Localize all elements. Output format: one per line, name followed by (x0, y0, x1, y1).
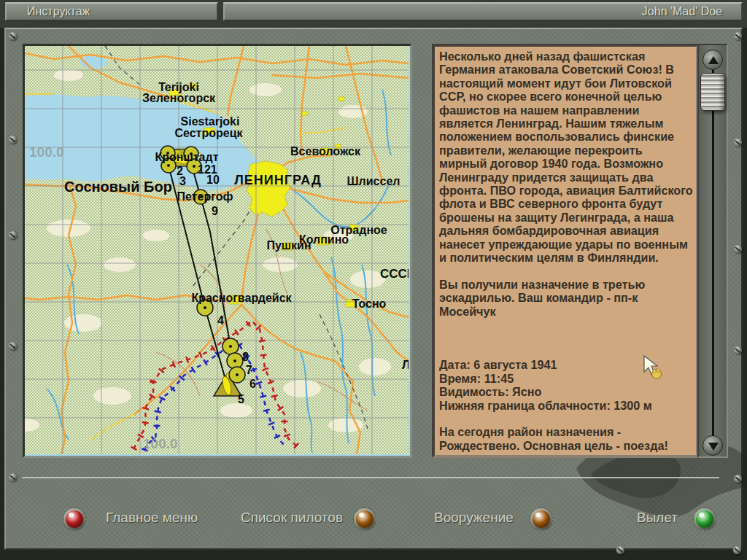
screw-icon (733, 546, 741, 554)
screw-icon (734, 346, 742, 354)
screw-icon (9, 473, 17, 481)
svg-text:6: 6 (249, 378, 256, 390)
scroll-up-button[interactable] (703, 50, 723, 70)
svg-text:Siestarjoki: Siestarjoki (181, 115, 240, 128)
tab-briefing[interactable]: Инструктаж (5, 2, 218, 20)
briefing-scrollbar[interactable] (697, 44, 728, 458)
screw-icon (734, 32, 742, 40)
pilot-list-button[interactable] (347, 502, 382, 537)
svg-text:4: 4 (217, 314, 224, 327)
svg-text:5: 5 (238, 393, 244, 405)
svg-text:Сестрорецк: Сестрорецк (174, 127, 243, 139)
map-canvas: T 2 121 3 10 9 4 8 7 6 5 Terijoki Зелено… (25, 46, 409, 454)
armament-light (533, 510, 550, 528)
armament-button[interactable] (524, 502, 559, 537)
screw-icon (734, 245, 742, 253)
svg-text:Колпино: Колпино (299, 233, 349, 246)
screw-icon (9, 136, 17, 144)
mission-map[interactable]: T 2 121 3 10 9 4 8 7 6 5 Terijoki Зелено… (23, 44, 412, 458)
scroll-down-icon (708, 443, 719, 451)
fly-label[interactable]: Вылет (637, 510, 678, 526)
footer-divider (22, 477, 719, 478)
svg-text:ЛЕНИНГРАД: ЛЕНИНГРАД (234, 173, 322, 187)
scrollbar-thumb[interactable] (700, 73, 725, 111)
svg-text:3: 3 (179, 175, 186, 187)
scroll-up-icon (708, 56, 719, 64)
scroll-down-button[interactable] (703, 435, 723, 456)
svg-text:Кронштадт: Кронштадт (155, 151, 218, 163)
screw-icon (9, 231, 17, 239)
tab-briefing-label: Инструктаж (27, 5, 90, 18)
svg-text:Тосно: Тосно (352, 298, 387, 310)
main-menu-button[interactable] (57, 502, 92, 537)
svg-text:7: 7 (246, 364, 252, 376)
map-scale-label: 100.0 (143, 436, 178, 451)
screw-icon (734, 139, 742, 147)
svg-text:10: 10 (206, 174, 220, 186)
svg-text:Петергоф: Петергоф (177, 190, 233, 203)
main-menu-light (66, 510, 83, 528)
svg-text:Сосновый Бор: Сосновый Бор (64, 179, 172, 195)
fly-light (696, 510, 713, 528)
svg-text:Л: Л (402, 359, 409, 371)
screw-icon (616, 546, 624, 554)
briefing-text: Несколько дней назад фашистская Германия… (439, 50, 693, 452)
svg-text:8: 8 (242, 351, 249, 363)
screw-icon (9, 32, 17, 40)
pilot-name-bar: John 'Mad' Doe (223, 2, 743, 20)
svg-text:Шлиссел: Шлиссел (347, 175, 400, 187)
pilot-list-light (356, 510, 374, 528)
pilot-name: John 'Mad' Doe (642, 5, 722, 18)
map-scale-label: 100.0 (29, 144, 64, 160)
svg-text:Красногвардейск: Красногвардейск (191, 292, 292, 304)
svg-text:Зеленогорск: Зеленогорск (142, 92, 216, 104)
fly-button[interactable] (687, 502, 722, 537)
svg-text:9: 9 (212, 205, 218, 217)
armament-label[interactable]: Вооружение (434, 510, 514, 526)
main-menu-label[interactable]: Главное меню (106, 510, 198, 526)
scrollbar-track[interactable] (712, 63, 714, 445)
pilot-list-label[interactable]: Список пилотов (241, 510, 343, 526)
title-bar: Инструктаж John 'Mad' Doe (0, 0, 747, 28)
briefing-screen: { "title_bar": { "tab_label": "Инструкта… (0, 0, 747, 560)
screw-icon (734, 475, 742, 483)
screw-icon (9, 342, 17, 350)
country-label: СССР (380, 267, 409, 281)
briefing-panel: Несколько дней назад фашистская Германия… (432, 44, 699, 458)
svg-text:Всеволожск: Всеволожск (290, 145, 361, 158)
